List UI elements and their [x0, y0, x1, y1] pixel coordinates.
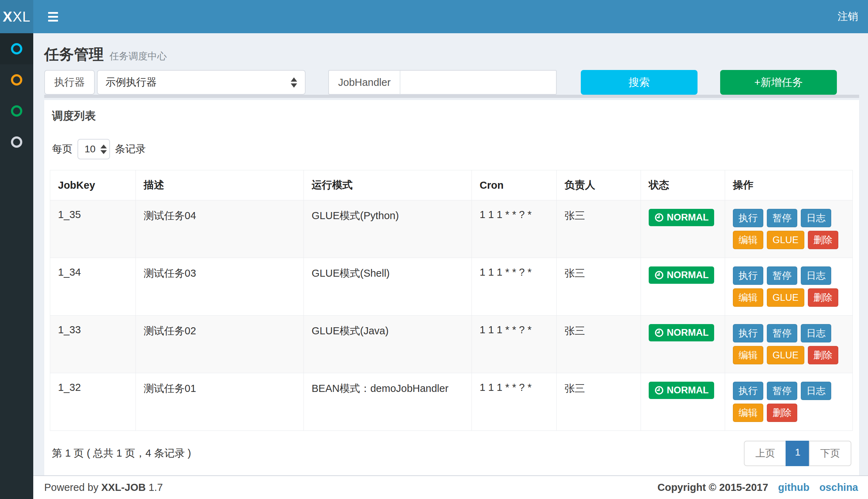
sidebar-item-1[interactable]	[0, 33, 33, 64]
action-button-日志[interactable]: 日志	[801, 266, 831, 285]
navbar-main: 注销	[33, 0, 868, 33]
action-button-执行[interactable]: 执行	[733, 382, 763, 400]
action-button-GLUE[interactable]: GLUE	[767, 346, 804, 364]
circle-icon	[11, 136, 22, 148]
table-row: 1_34测试任务03GLUE模式(Shell)1 1 1 * * ? *张三NO…	[50, 258, 853, 316]
add-task-button[interactable]: +新增任务	[720, 70, 837, 95]
action-button-日志[interactable]: 日志	[801, 382, 831, 400]
panel-title: 调度列表	[50, 105, 853, 123]
oschina-link[interactable]: oschina	[819, 482, 858, 493]
cell-jobkey: 1_32	[50, 373, 136, 431]
cell-cron: 1 1 1 * * ? *	[472, 258, 557, 316]
cell-run-mode: GLUE模式(Shell)	[304, 258, 472, 316]
cell-description: 测试任务04	[136, 200, 304, 258]
action-button-GLUE[interactable]: GLUE	[767, 231, 804, 249]
table-header-row: JobKey描述运行模式Cron负责人状态操作	[50, 170, 853, 200]
pagination-summary: 第 1 页 ( 总共 1 页，4 条记录 )	[52, 446, 191, 460]
action-button-row: 执行暂停日志	[733, 324, 845, 342]
status-label: NORMAL	[667, 327, 708, 338]
cell-status: NORMAL	[641, 373, 725, 431]
cell-description: 测试任务01	[136, 373, 304, 431]
cell-description: 测试任务03	[136, 258, 304, 316]
action-button-编辑[interactable]: 编辑	[733, 288, 763, 307]
action-button-执行[interactable]: 执行	[733, 324, 763, 342]
action-button-row: 执行暂停日志	[733, 382, 845, 400]
table-row: 1_33测试任务02GLUE模式(Java)1 1 1 * * ? *张三NOR…	[50, 316, 853, 373]
cell-actions: 执行暂停日志编辑GLUE删除	[725, 316, 853, 373]
cell-owner: 张三	[557, 200, 641, 258]
action-button-row: 执行暂停日志	[733, 209, 845, 227]
jobhandler-label: JobHandler	[329, 71, 400, 94]
pagination: 上页 1 下页	[744, 441, 851, 466]
table-row: 1_32测试任务01BEAN模式：demoJobHandler1 1 1 * *…	[50, 373, 853, 431]
current-page-button[interactable]: 1	[786, 441, 810, 466]
search-button[interactable]: 搜索	[581, 70, 698, 95]
action-button-编辑[interactable]: 编辑	[733, 346, 763, 364]
page-title: 任务管理	[44, 46, 104, 63]
action-button-日志[interactable]: 日志	[801, 324, 831, 342]
top-navbar: XXL 注销	[0, 0, 868, 33]
panel-footer: 第 1 页 ( 总共 1 页，4 条记录 ) 上页 1 下页	[50, 441, 853, 466]
status-badge: NORMAL	[649, 382, 714, 399]
action-button-删除[interactable]: 删除	[808, 288, 838, 307]
cell-jobkey: 1_35	[50, 200, 136, 258]
cell-actions: 执行暂停日志编辑GLUE删除	[725, 200, 853, 258]
cell-status: NORMAL	[641, 258, 725, 316]
filter-divider	[44, 95, 859, 98]
brand-name: XXL-JOB	[101, 482, 146, 493]
schedule-panel: 调度列表 每页 10 条记录 JobKey描述运行模式Cron负责人状态操作	[44, 100, 859, 475]
jobhandler-input[interactable]	[400, 71, 556, 94]
action-button-编辑[interactable]: 编辑	[733, 231, 763, 249]
page-size-select[interactable]: 10	[77, 139, 110, 159]
cell-description: 测试任务02	[136, 316, 304, 373]
action-button-暂停[interactable]: 暂停	[767, 382, 797, 400]
cell-jobkey: 1_34	[50, 258, 136, 316]
action-button-执行[interactable]: 执行	[733, 209, 763, 227]
clock-icon	[654, 270, 664, 280]
action-button-删除[interactable]: 删除	[767, 404, 797, 422]
logo-bold: X	[3, 9, 13, 25]
action-button-编辑[interactable]: 编辑	[733, 404, 763, 422]
powered-prefix: Powered by	[44, 482, 98, 493]
cell-status: NORMAL	[641, 200, 725, 258]
circle-icon	[11, 74, 22, 86]
cell-actions: 执行暂停日志编辑删除	[725, 373, 853, 431]
status-label: NORMAL	[667, 212, 708, 223]
action-button-row: 编辑GLUE删除	[733, 346, 845, 364]
action-button-删除[interactable]: 删除	[808, 346, 838, 364]
action-button-执行[interactable]: 执行	[733, 266, 763, 285]
action-button-暂停[interactable]: 暂停	[767, 324, 797, 342]
column-header: 负责人	[557, 170, 641, 200]
table-row: 1_35测试任务04GLUE模式(Python)1 1 1 * * ? *张三N…	[50, 200, 853, 258]
action-button-删除[interactable]: 删除	[808, 231, 838, 249]
sidebar-item-2[interactable]	[0, 64, 33, 95]
executor-select[interactable]: 示例执行器	[97, 70, 306, 95]
action-button-GLUE[interactable]: GLUE	[767, 288, 804, 307]
action-button-暂停[interactable]: 暂停	[767, 266, 797, 285]
cell-run-mode: GLUE模式(Java)	[304, 316, 472, 373]
action-button-row: 编辑GLUE删除	[733, 231, 845, 249]
github-link[interactable]: github	[778, 482, 810, 493]
cell-owner: 张三	[557, 316, 641, 373]
sidebar-item-3[interactable]	[0, 95, 33, 127]
action-button-日志[interactable]: 日志	[801, 209, 831, 227]
column-header: 运行模式	[304, 170, 472, 200]
clock-icon	[654, 386, 664, 395]
prev-page-button[interactable]: 上页	[744, 441, 786, 466]
page-size-row: 每页 10 条记录	[50, 139, 853, 159]
filter-row: 执行器 示例执行器 JobHandler 搜索 +新增任务	[44, 70, 859, 95]
action-button-暂停[interactable]: 暂停	[767, 209, 797, 227]
logout-link[interactable]: 注销	[838, 10, 858, 24]
logo-rest: XL	[12, 9, 30, 25]
status-label: NORMAL	[667, 385, 708, 396]
clock-icon	[654, 328, 664, 337]
sidebar-item-4[interactable]	[0, 127, 33, 158]
app-logo[interactable]: XXL	[0, 0, 33, 33]
hamburger-menu-icon[interactable]	[45, 6, 62, 27]
next-page-button[interactable]: 下页	[809, 441, 851, 466]
action-button-row: 编辑删除	[733, 404, 845, 422]
copyright-text: Copyright © 2015-2017	[658, 482, 768, 493]
cell-run-mode: GLUE模式(Python)	[304, 200, 472, 258]
action-button-row: 执行暂停日志	[733, 266, 845, 285]
status-badge: NORMAL	[649, 324, 714, 341]
